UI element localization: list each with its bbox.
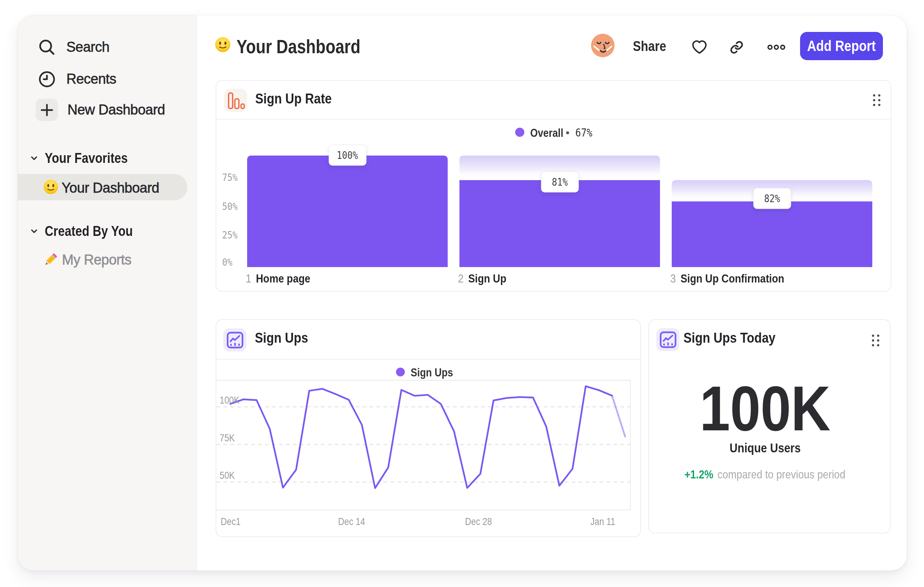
line-chart-canvas [216,320,640,536]
line-ytick: 100K [219,395,243,405]
funnel-step-label: 3Sign Up Confirmation [670,273,801,284]
funnel-ytick: 25% [222,230,240,240]
card-title: Sign Ups Today [683,331,776,345]
line-xtick: Jan 11 [588,517,617,527]
card-header-divider [216,119,891,120]
stat-label: Unique Users [729,441,800,454]
stat-change-row: +1.2%compared to previous period [640,468,890,481]
line-ytick: 75K [219,433,237,443]
sidebar-section-created-by-you[interactable]: Created By You [29,223,147,239]
funnel-bar-value: 81% [541,172,579,193]
sign-ups-card: Sign Ups Sign Ups 100K75K50KDec1Dec 14De… [216,319,641,537]
slightly-smiling-face-emoji [43,179,58,194]
legend-value: 67% [575,127,592,138]
plus-icon [36,99,58,121]
funnel-ytick: 0% [222,257,234,267]
line-xtick: Dec 28 [463,517,495,527]
ellipsis-icon[interactable] [767,43,785,51]
chevron-down-icon [29,153,39,163]
line-xtick: Dec 14 [336,517,367,527]
page-title-emoji [215,37,231,53]
sidebar-section-your-favorites[interactable]: Your Favorites [29,150,141,166]
funnel-bar[interactable] [247,155,448,267]
legend-separator [566,131,569,134]
legend-dot [515,128,524,137]
funnel-bar[interactable] [672,202,872,267]
funnel-bar-value: 100% [328,145,366,165]
search-icon [36,36,58,58]
stat-change: +1.2% [685,468,714,481]
sidebar-item-label: My Reports [62,252,131,268]
sidebar-item-label: Your Dashboard [62,180,159,196]
section-label: Your Favorites [45,150,128,166]
sidebar-item-label: Search [66,39,109,55]
sidebar-item-new-dashboard[interactable]: New Dashboard [36,99,165,121]
sidebar-item-recents[interactable]: Recents [36,68,116,90]
add-report-label: Add Report [807,38,876,54]
stat-change-note: compared to previous period [718,468,846,481]
heart-icon[interactable] [691,40,707,55]
drag-handle-icon[interactable] [872,93,881,107]
clock-icon [36,68,58,90]
legend-label: Overall [530,127,563,138]
sign-ups-today-card: Sign Ups Today 100K Unique Users +1.2%co… [648,319,891,533]
link-icon[interactable] [730,40,744,54]
card-title: Sign Up Rate [255,91,332,106]
funnel-step-label: 2Sign Up [458,273,513,284]
section-label: Created By You [45,223,133,239]
avatar[interactable] [591,34,615,57]
funnel-step-label: 1Home page [246,273,319,284]
add-report-button[interactable]: Add Report [800,32,883,60]
share-button[interactable]: Share [633,39,666,53]
line-xtick: Dec1 [221,517,244,527]
line-ytick: 50K [219,471,237,481]
line-chart-icon [656,328,680,351]
sidebar-item-label: New Dashboard [68,102,165,118]
funnel-ytick: 50% [222,202,240,211]
funnel-bar[interactable] [459,180,660,267]
drag-handle-icon[interactable] [871,334,880,347]
sidebar-item-your-dashboard[interactable]: Your Dashboard [18,174,187,200]
sidebar-item-my-reports[interactable]: My Reports [42,251,131,269]
sidebar-item-search[interactable]: Search [36,36,109,58]
page-title: Your Dashboard [236,37,360,56]
funnel-ytick: 75% [222,172,240,182]
sign-up-rate-card: Sign Up Rate Overall 67% 0%25%50%75%100%… [216,80,891,292]
stat-value: 100K [700,372,830,445]
funnel-bar-value: 82% [753,188,791,209]
pencil-emoji [42,251,59,268]
sidebar-item-label: Recents [66,71,116,87]
chevron-down-icon [29,226,39,236]
bar-chart-icon [224,89,247,112]
